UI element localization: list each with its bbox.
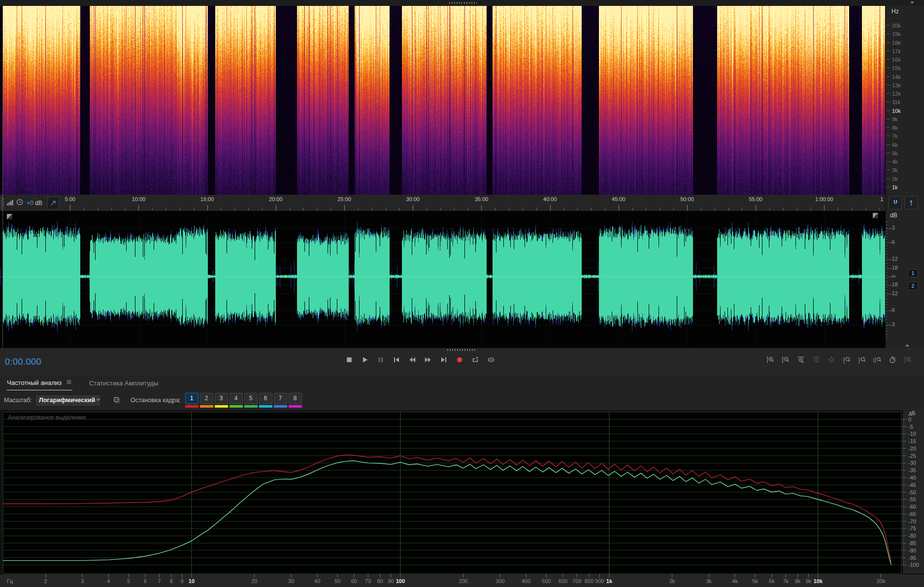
timeline-ticks[interactable]: 5:0010:0015:0020:0025:0030:0035:0040:004… [0, 195, 885, 211]
waveform-corner-widget-right[interactable] [873, 213, 878, 218]
spectrogram-display[interactable] [0, 6, 885, 195]
timeline-tick [605, 207, 605, 210]
hold-frame-button[interactable]: 5 [244, 393, 258, 404]
pin-button[interactable] [904, 196, 918, 209]
hold-frame-color [259, 405, 272, 408]
hold-frame-5[interactable]: 5 [244, 393, 258, 408]
chart-overlay-label: Анализированое выделение [8, 414, 86, 421]
timeline-tick [84, 207, 84, 210]
tab-frequency-analysis[interactable]: Частотный анализ [7, 376, 72, 391]
svg-text:500: 500 [542, 578, 551, 584]
zoom-out-vertical-button[interactable] [781, 355, 790, 364]
zoom-in-horizontal-button[interactable] [796, 355, 805, 364]
loop-button[interactable] [471, 355, 480, 364]
pin-arrow-icon [50, 200, 57, 207]
hold-frame-button[interactable]: 1 [185, 393, 198, 404]
hold-frame-8[interactable]: 8 [289, 393, 302, 408]
zoom-reset-button[interactable] [827, 355, 836, 364]
timeline-ruler[interactable]: 5:0010:0015:0020:0025:0030:0035:0040:004… [0, 195, 924, 211]
frequency-tick [887, 59, 890, 60]
chevron-down-icon[interactable] [910, 1, 914, 4]
level-meter-icon[interactable] [6, 198, 14, 208]
svg-text:200: 200 [459, 578, 467, 584]
hold-frame-4[interactable]: 4 [230, 393, 243, 408]
pin-playhead-button[interactable] [47, 197, 59, 209]
frame-copy-icon[interactable] [111, 394, 123, 406]
hold-frame-1[interactable]: 1 [185, 393, 198, 408]
timeline-tick [234, 207, 235, 210]
svg-text:8: 8 [170, 578, 173, 584]
timeline-tick [111, 207, 112, 210]
svg-text:-30: -30 [908, 460, 916, 466]
stop-icon [345, 356, 353, 364]
pause-button[interactable] [376, 355, 385, 364]
timeline-tick [715, 207, 715, 210]
hold-frame-button[interactable]: 2 [200, 393, 213, 404]
timer-button[interactable] [888, 355, 897, 364]
timeline-tick [166, 207, 166, 210]
amplitude-tick-label: -6 [890, 307, 895, 313]
zoom-selection-button[interactable]: {} [873, 355, 882, 364]
channel-1-badge[interactable]: 1 [908, 269, 918, 277]
hold-frame-button[interactable]: 3 [215, 393, 228, 404]
frequency-tick [887, 161, 890, 162]
waveform-display[interactable] [0, 211, 885, 348]
tab-amplitude-statistics[interactable]: Статистика Амплитуды [89, 376, 158, 390]
frequency-tick [887, 127, 890, 128]
skip-start-button[interactable] [392, 355, 401, 364]
fast-forward-button[interactable] [424, 355, 432, 364]
timeline-left-controls: +0 dB [0, 195, 64, 211]
scale-dropdown[interactable]: Логарифмический [35, 394, 101, 407]
menu-icon[interactable] [66, 379, 72, 387]
scroll-up-icon[interactable] [905, 344, 909, 346]
timeline-tick [290, 207, 290, 210]
gain-value[interactable]: +0 dB [27, 200, 42, 207]
timeline-tick [70, 205, 70, 210]
waveform-corner-widget-left[interactable] [7, 214, 12, 219]
amplitude-tick-label: -18 [890, 281, 898, 287]
svg-text:7: 7 [158, 578, 161, 584]
amplitude-tick [887, 276, 890, 277]
hold-frame-3[interactable]: 3 [215, 393, 228, 408]
playhead-line[interactable] [2, 6, 3, 348]
hold-frame-color [215, 405, 228, 408]
amplitude-tick [887, 268, 890, 269]
move-playhead-button[interactable] [487, 355, 495, 364]
hold-frame-6[interactable]: 6 [259, 393, 272, 408]
play-button[interactable] [361, 355, 369, 364]
hold-frame-button[interactable]: 6 [259, 393, 272, 404]
channel-2-badge[interactable]: 2 [908, 282, 918, 290]
hold-frame-2[interactable]: 2 [200, 393, 213, 408]
amplitude-tick [887, 242, 890, 243]
current-time-display[interactable]: 0:00.000 [5, 357, 41, 367]
frequency-ruler[interactable]: Hz 20k19k18k17k16k15k14k13k12k11k10k9k8k… [885, 6, 924, 195]
timeline-tick [563, 207, 564, 210]
record-button[interactable] [455, 355, 464, 364]
transport-drag-gripper[interactable] [447, 349, 477, 351]
timeline-tick [701, 207, 701, 210]
timeline-tick [783, 207, 784, 210]
hold-frame-button[interactable]: 4 [230, 393, 243, 404]
magnet-button[interactable] [889, 196, 902, 209]
panel-drag-gripper[interactable] [449, 2, 477, 4]
zoom-full-button[interactable] [903, 355, 912, 364]
zoom-in-point-icon: { [843, 356, 851, 364]
zoom-out-point-button[interactable]: } [858, 355, 866, 364]
svg-text:50: 50 [334, 578, 340, 584]
clock-icon[interactable] [16, 198, 24, 208]
hold-frame-7[interactable]: 7 [274, 393, 287, 408]
stop-button[interactable] [345, 355, 354, 364]
zoom-in-vertical-button[interactable] [766, 355, 775, 364]
hold-frame-button[interactable]: 7 [274, 393, 287, 404]
amplitude-tick-label: -18 [890, 265, 898, 271]
rewind-button[interactable] [408, 355, 417, 364]
frequency-tick [887, 170, 890, 170]
amplitude-tick-label: -6 [890, 239, 895, 245]
amplitude-ruler[interactable]: dB -3-6-12-18-∞-18-12-6-312 [885, 211, 924, 348]
zoom-out-horizontal-button[interactable] [812, 355, 821, 364]
hold-buttons: 12345678 [185, 393, 302, 408]
zoom-in-point-button[interactable]: { [842, 355, 851, 364]
skip-end-button[interactable] [439, 355, 448, 364]
hold-frame-button[interactable]: 8 [289, 393, 302, 404]
frequency-tick-label: 20k [892, 23, 901, 29]
